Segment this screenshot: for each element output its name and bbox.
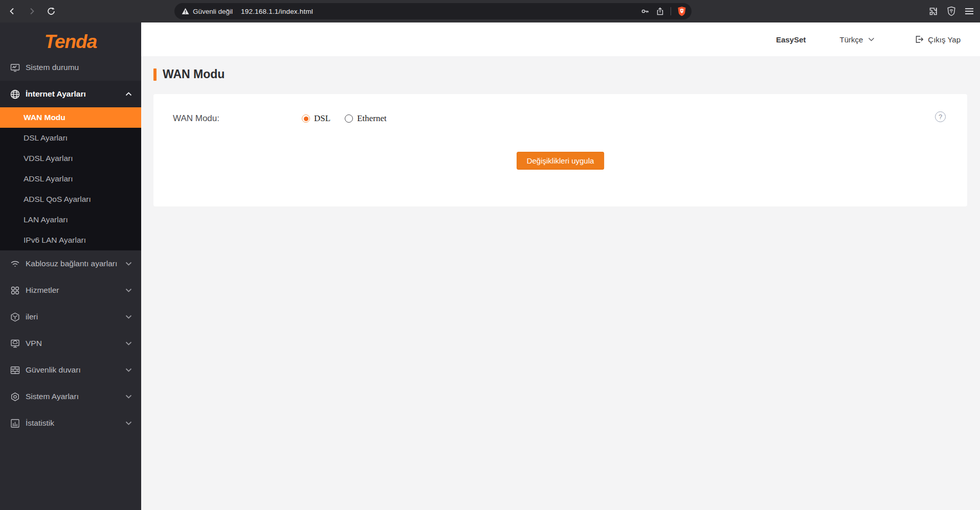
radio-option-dsl[interactable]: DSL bbox=[302, 113, 330, 124]
sidebar-item-hizmetler[interactable]: Hizmetler bbox=[0, 277, 141, 304]
statistics-icon bbox=[10, 419, 20, 428]
chevron-down-icon bbox=[125, 288, 132, 292]
toolbar-separator bbox=[671, 7, 671, 15]
firewall-icon bbox=[10, 365, 20, 375]
title-accent-bar bbox=[153, 68, 157, 81]
password-key-icon[interactable] bbox=[640, 7, 650, 16]
subitem-label: ADSL Ayarları bbox=[24, 174, 73, 183]
cube-icon bbox=[10, 312, 20, 322]
subitem-label: DSL Ayarları bbox=[24, 133, 68, 143]
back-icon bbox=[8, 7, 16, 15]
chevron-down-icon bbox=[125, 341, 132, 345]
page-title-row: WAN Modu bbox=[153, 67, 980, 81]
radio-selected-icon[interactable] bbox=[302, 114, 310, 123]
subitem-label: VDSL Ayarları bbox=[24, 154, 73, 163]
wan-mode-field-label: WAN Modu: bbox=[173, 113, 302, 124]
sidebar-item-istatistik[interactable]: İstatistik bbox=[0, 410, 141, 436]
sidebar-item-label: İstatistik bbox=[26, 419, 122, 428]
share-icon[interactable] bbox=[656, 7, 664, 16]
sidebar-item-label: Sistem durumu bbox=[26, 63, 132, 72]
sidebar-item-internet-ayarlari[interactable]: İnternet Ayarları bbox=[0, 81, 141, 107]
radio-label[interactable]: Ethernet bbox=[357, 113, 387, 124]
browser-menu-icon[interactable] bbox=[965, 7, 974, 15]
forward-button[interactable] bbox=[25, 4, 39, 18]
url-text[interactable]: 192.168.1.1/index.html bbox=[241, 8, 313, 15]
wan-mode-form-row: WAN Modu: DSL Ethernet bbox=[153, 94, 967, 124]
sidebar-item-label: ileri bbox=[26, 312, 122, 321]
sidebar-item-label: Hizmetler bbox=[26, 286, 122, 295]
monitor-status-icon bbox=[10, 63, 20, 73]
internet-settings-submenu: WAN Modu DSL Ayarları VDSL Ayarları ADSL… bbox=[0, 107, 141, 250]
sidebar-item-label: Sistem Ayarları bbox=[26, 392, 122, 401]
radio-unselected-icon[interactable] bbox=[345, 114, 353, 123]
sidebar-item-label: İnternet Ayarları bbox=[26, 89, 122, 99]
radio-label[interactable]: DSL bbox=[314, 113, 330, 124]
sidebar-subitem-adsl-ayarlari[interactable]: ADSL Ayarları bbox=[0, 169, 141, 189]
subitem-label: WAN Modu bbox=[24, 113, 65, 122]
sidebar-item-sistem-ayarlari[interactable]: Sistem Ayarları bbox=[0, 383, 141, 410]
sidebar-subitem-vdsl-ayarlari[interactable]: VDSL Ayarları bbox=[0, 148, 141, 169]
subitem-label: LAN Ayarları bbox=[24, 215, 68, 224]
browser-toolbar: Güvenli değil 192.168.1.1/index.html bbox=[0, 0, 980, 22]
page-title: WAN Modu bbox=[163, 67, 225, 81]
sidebar: Tenda Sistem durumu İnternet Ayarları WA… bbox=[0, 22, 141, 510]
chevron-down-icon bbox=[125, 395, 132, 399]
brave-rewards-shield-icon[interactable] bbox=[947, 6, 956, 16]
sidebar-subitem-adsl-qos-ayarlari[interactable]: ADSL QoS Ayarları bbox=[0, 189, 141, 210]
sidebar-subitem-ipv6-lan-ayarlari[interactable]: IPv6 LAN Ayarları bbox=[0, 230, 141, 250]
language-selector[interactable]: Türkçe bbox=[840, 35, 875, 44]
sidebar-item-label: Kablosuz bağlantı ayarları bbox=[26, 259, 122, 268]
logout-icon bbox=[915, 35, 924, 44]
back-button[interactable] bbox=[5, 4, 19, 18]
globe-icon bbox=[10, 89, 20, 99]
chevron-down-icon bbox=[125, 315, 132, 319]
wifi-icon bbox=[10, 259, 20, 269]
sidebar-item-kablosuz[interactable]: Kablosuz bağlantı ayarları bbox=[0, 250, 141, 277]
sidebar-item-label: VPN bbox=[26, 339, 122, 348]
chevron-down-icon bbox=[125, 421, 132, 425]
reload-icon bbox=[47, 7, 56, 16]
forward-icon bbox=[28, 7, 36, 15]
subitem-label: IPv6 LAN Ayarları bbox=[24, 236, 86, 245]
vpn-monitor-icon bbox=[10, 339, 20, 349]
apply-changes-button[interactable]: Değişiklikleri uygula bbox=[517, 152, 605, 170]
sidebar-subitem-dsl-ayarlari[interactable]: DSL Ayarları bbox=[0, 128, 141, 148]
subitem-label: ADSL QoS Ayarları bbox=[24, 195, 91, 204]
logo: Tenda bbox=[0, 22, 141, 54]
help-question-icon[interactable]: ? bbox=[935, 111, 946, 122]
sidebar-subitem-wan-modu[interactable]: WAN Modu bbox=[0, 107, 141, 128]
warning-triangle-icon bbox=[182, 8, 189, 15]
chevron-down-icon bbox=[125, 262, 132, 266]
sidebar-subitem-lan-ayarlari[interactable]: LAN Ayarları bbox=[0, 210, 141, 230]
brave-shield-icon[interactable] bbox=[677, 6, 686, 16]
sidebar-item-sistem-durumu[interactable]: Sistem durumu bbox=[0, 54, 141, 81]
reload-button[interactable] bbox=[44, 4, 58, 18]
tenda-logo: Tenda bbox=[44, 31, 97, 53]
extensions-puzzle-icon[interactable] bbox=[928, 7, 938, 16]
radio-option-ethernet[interactable]: Ethernet bbox=[345, 113, 387, 124]
language-label: Türkçe bbox=[840, 35, 863, 44]
wan-mode-card: WAN Modu: DSL Ethernet ? Değişiklikleri … bbox=[153, 94, 967, 206]
chevron-down-icon bbox=[868, 37, 875, 41]
services-icon bbox=[10, 286, 20, 295]
sidebar-item-guvenlik-duvari[interactable]: Güvenlik duvarı bbox=[0, 357, 141, 383]
wan-mode-radio-group: DSL Ethernet bbox=[302, 113, 387, 124]
settings-icon bbox=[10, 392, 20, 402]
sidebar-item-ileri[interactable]: ileri bbox=[0, 304, 141, 330]
page-header: EasySet Türkçe Çıkış Yap bbox=[141, 22, 980, 56]
logout-label: Çıkış Yap bbox=[928, 35, 961, 44]
security-status[interactable]: Güvenli değil bbox=[182, 8, 233, 15]
chevron-up-icon bbox=[125, 92, 132, 96]
logout-button[interactable]: Çıkış Yap bbox=[915, 35, 961, 44]
security-warning-label: Güvenli değil bbox=[193, 8, 233, 15]
sidebar-item-label: Güvenlik duvarı bbox=[26, 365, 122, 375]
chevron-down-icon bbox=[125, 368, 132, 372]
address-bar[interactable]: Güvenli değil 192.168.1.1/index.html bbox=[174, 3, 692, 19]
main-content: WAN Modu WAN Modu: DSL Ethernet ? Değişi… bbox=[141, 56, 980, 510]
sidebar-item-vpn[interactable]: VPN bbox=[0, 330, 141, 357]
easyset-link[interactable]: EasySet bbox=[776, 35, 806, 44]
